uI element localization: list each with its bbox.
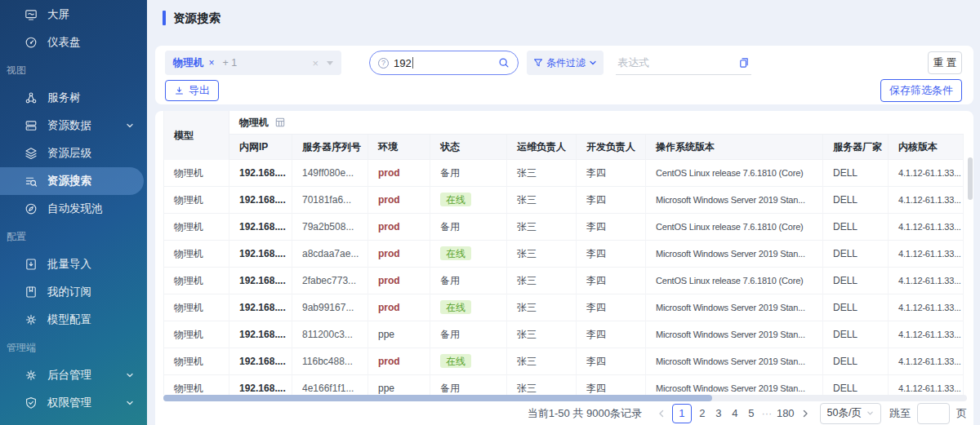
horizontal-scrollbar[interactable] — [163, 395, 967, 401]
table-row[interactable]: 物理机192.168....a8cdaa7ae...prod在线张三李四Micr… — [163, 241, 964, 268]
sidebar-section-label: 管理端 — [0, 334, 147, 361]
save-filter-button[interactable]: 保存筛选条件 — [880, 79, 962, 102]
search-value[interactable]: 192 — [394, 57, 412, 69]
cell-os: Microsoft Windows Server 2019 Stan... — [646, 241, 823, 268]
sidebar-section-label: 配置 — [0, 223, 147, 250]
cell-model: 物理机 — [163, 375, 229, 395]
export-button[interactable]: 导出 — [165, 80, 219, 101]
condition-filter-dropdown[interactable]: 条件过滤 — [527, 51, 604, 75]
cell-os: Microsoft Windows Server 2019 Stan... — [646, 187, 823, 214]
expression-snippet-icon[interactable] — [738, 57, 750, 69]
page-button-5[interactable]: 5 — [744, 404, 759, 423]
select-caret-icon[interactable] — [327, 61, 333, 69]
sidebar-item-dashboard[interactable]: 仪表盘 — [0, 29, 147, 56]
group-header-label: 物理机 — [239, 116, 269, 130]
text-cursor — [412, 57, 413, 69]
chevron-down-icon[interactable] — [126, 371, 134, 379]
tag-remove-icon[interactable]: × — [209, 57, 215, 69]
sidebar-item-label: 资源搜索 — [47, 174, 91, 188]
cell-serial: a8cdaa7ae... — [292, 241, 368, 268]
table-row[interactable]: 物理机192.168....9ab99167...prod在线张三李四Micro… — [163, 294, 964, 321]
sidebar-item-permission-admin[interactable]: 权限管理 — [0, 389, 147, 417]
vertical-scrollbar[interactable] — [968, 157, 973, 200]
jump-page-input[interactable] — [917, 403, 950, 424]
filter-row-2: 导出 保存筛选条件 — [165, 80, 962, 101]
help-icon: ? — [378, 58, 389, 69]
page-button-180[interactable]: 180 — [775, 404, 796, 423]
page-button-3[interactable]: 3 — [711, 404, 726, 423]
column-header-3: 环境 — [368, 135, 430, 160]
column-header-8: 服务器厂家 — [823, 135, 889, 160]
env-value: prod — [378, 194, 400, 206]
env-value: prod — [378, 248, 400, 259]
selected-model-tag[interactable]: 物理机× — [173, 56, 215, 70]
table-grid-icon[interactable] — [275, 117, 285, 127]
search-input-box[interactable]: ? 192 — [369, 51, 519, 75]
sidebar-item-big-screen[interactable]: 大屏 — [0, 1, 147, 29]
table-row[interactable]: 物理机192.168....70181fa6...prod在线张三李四Micro… — [163, 187, 964, 214]
horizontal-scrollbar-thumb[interactable] — [163, 395, 712, 401]
env-value: prod — [378, 302, 400, 313]
cell-kernel: 4.1.12-61.1.33... — [889, 268, 964, 294]
cell-dev: 李四 — [577, 375, 646, 395]
sidebar-item-label: 大屏 — [47, 7, 69, 22]
column-header-6: 开发负责人 — [577, 135, 646, 160]
sidebar-item-auto-discovery[interactable]: 自动发现池 — [0, 195, 147, 223]
env-value: prod — [378, 356, 400, 367]
column-header-1: 内网IP — [229, 135, 292, 160]
filter-row-1: 物理机× + 1 × ? 192 条件过滤 表达式 重 置 — [165, 51, 962, 75]
cell-ops: 张三 — [507, 348, 577, 375]
table-row[interactable]: 物理机192.168....116bc488...prod在线张三李四Micro… — [163, 348, 964, 375]
cell-kernel: 4.1.12-61.1.33... — [889, 187, 964, 214]
cell-status: 在线 — [430, 294, 507, 321]
table-row[interactable]: 物理机192.168....149ff080e...prod备用张三李四Cent… — [163, 160, 964, 187]
pagination-ellipsis[interactable]: ··· — [760, 407, 774, 419]
cell-status: 在线 — [430, 348, 507, 375]
table-row[interactable]: 物理机192.168....811200c3...ppe备用张三李四Micros… — [163, 321, 964, 348]
cell-dev: 李四 — [577, 160, 646, 187]
cell-ops: 张三 — [507, 268, 577, 294]
cell-ops: 张三 — [507, 214, 577, 241]
resource-table: 模型 物理机 内网IP服务器序列号环境状态运维负责人开发负责人操作系统版本服务器… — [163, 111, 964, 395]
sidebar-item-model-config[interactable]: 模型配置 — [0, 306, 147, 334]
table-row[interactable]: 物理机192.168....2fabec773...prod备用张三李四Cent… — [163, 268, 964, 294]
reset-button[interactable]: 重 置 — [928, 51, 962, 74]
env-value: prod — [378, 275, 400, 286]
cell-status: 备用 — [430, 214, 507, 241]
prev-page-icon[interactable] — [653, 410, 670, 418]
sidebar-item-my-subscription[interactable]: 我的订阅 — [0, 278, 147, 306]
cell-serial: 4e166f1f1... — [292, 375, 368, 395]
chevron-down-icon[interactable] — [126, 122, 134, 130]
sidebar-item-resource-level[interactable]: 资源层级 — [0, 139, 147, 167]
search-icon[interactable] — [498, 57, 510, 69]
table-card: 模型 物理机 内网IP服务器序列号环境状态运维负责人开发负责人操作系统版本服务器… — [155, 111, 973, 425]
cell-dev: 李四 — [577, 241, 646, 268]
cell-ops: 张三 — [507, 160, 577, 187]
table-row[interactable]: 物理机192.168....79a2b508...prod备用张三李四CentO… — [163, 214, 964, 241]
sidebar-item-label: 批量导入 — [47, 257, 91, 272]
sidebar-item-service-tree[interactable]: 服务树 — [0, 84, 147, 112]
pagination: 当前1-50 共 9000条记录12345···18050条/页跳至页 — [155, 401, 973, 425]
page-button-1[interactable]: 1 — [672, 404, 692, 423]
status-badge: 备用 — [440, 275, 460, 286]
chevron-down-icon[interactable] — [126, 399, 134, 407]
next-page-icon[interactable] — [797, 410, 813, 418]
page-size-select[interactable]: 50条/页 — [820, 403, 881, 424]
sidebar-item-batch-import[interactable]: 批量导入 — [0, 250, 147, 278]
column-header-model: 模型 — [163, 111, 229, 160]
download-icon — [174, 86, 185, 96]
sidebar-item-resource-search[interactable]: 资源搜索 — [0, 167, 144, 195]
table-row[interactable]: 物理机192.168....4e166f1f1...ppe备用张三李四Micro… — [163, 375, 964, 395]
select-clear-icon[interactable]: × — [312, 57, 318, 69]
sidebar-item-backend-admin[interactable]: 后台管理 — [0, 361, 147, 389]
cell-vendor: DELL — [823, 375, 889, 395]
search-list-icon — [24, 175, 38, 188]
sidebar-item-label: 服务树 — [47, 91, 81, 105]
model-select[interactable]: 物理机× + 1 × — [165, 51, 341, 75]
sidebar-item-resource-data[interactable]: 资源数据 — [0, 112, 147, 139]
page-button-2[interactable]: 2 — [695, 404, 710, 423]
page-button-4[interactable]: 4 — [728, 404, 742, 423]
expression-placeholder: 表达式 — [617, 55, 649, 70]
expression-input[interactable]: 表达式 — [616, 51, 751, 75]
title-accent-bar — [163, 11, 166, 25]
